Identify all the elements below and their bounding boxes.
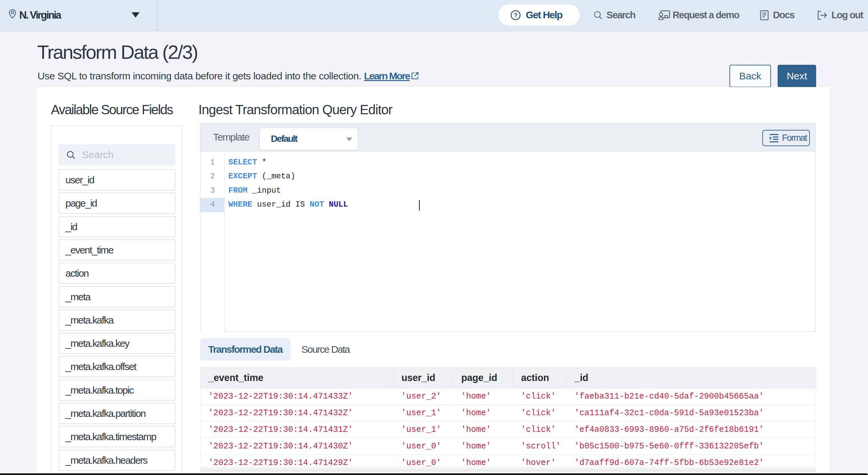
- svg-text:?: ?: [514, 12, 518, 18]
